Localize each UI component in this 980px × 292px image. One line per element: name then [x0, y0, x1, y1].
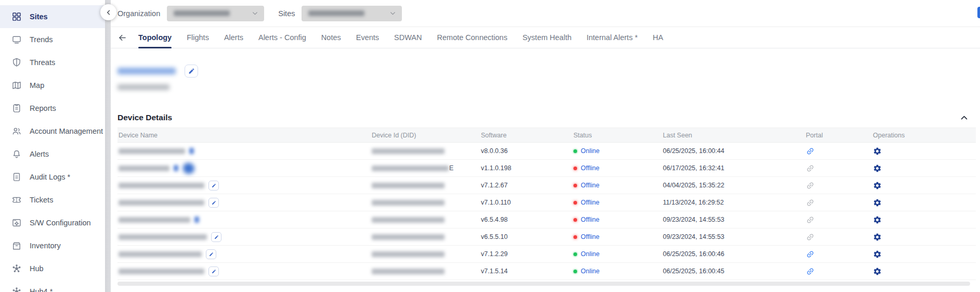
portal-link-icon[interactable]	[806, 164, 815, 173]
pencil-icon	[209, 252, 214, 257]
sidebar-item-inventory[interactable]: Inventory	[0, 234, 105, 257]
device-id-cell	[371, 217, 480, 223]
tab-remote-connections[interactable]: Remote Connections	[437, 27, 507, 48]
tab-topology[interactable]: Topology	[138, 27, 172, 48]
portal-link-icon[interactable]	[806, 267, 815, 276]
sidebar-item-label: Alerts	[30, 150, 49, 158]
edit-device-name-button[interactable]	[208, 266, 219, 276]
operations-cell	[872, 267, 976, 276]
sidebar-item-s-w-configuration[interactable]: S/W Configuration	[0, 211, 105, 234]
column-header-device-name: Device Name	[117, 132, 371, 139]
status-badge[interactable]: Online	[581, 147, 599, 155]
tab-alerts-config[interactable]: Alerts - Config	[258, 27, 306, 48]
sidebar-item-sites[interactable]: Sites	[0, 5, 105, 28]
device-name-cell	[117, 266, 371, 276]
tab-ha[interactable]: HA	[653, 27, 663, 48]
pencil-icon	[212, 200, 216, 205]
status-badge[interactable]: Offline	[581, 164, 599, 172]
pencil-icon	[212, 269, 216, 274]
table-horizontal-scrollbar[interactable]	[117, 282, 970, 286]
sidebar-item-map[interactable]: Map	[0, 74, 105, 97]
status-cell: Offline	[572, 164, 662, 172]
sidebar-scrollbar[interactable]	[105, 0, 111, 292]
portal-link-icon[interactable]	[806, 181, 815, 190]
table-row: v7.1.0.110Offline11/13/2024, 16:29:52	[117, 194, 976, 211]
sidebar-item-reports[interactable]: Reports	[0, 97, 105, 120]
pencil-icon	[212, 183, 216, 188]
edit-site-name-button[interactable]	[185, 65, 198, 78]
device-badge-redacted	[189, 148, 194, 154]
edit-device-name-button[interactable]	[208, 198, 219, 208]
sidebar-item-hub[interactable]: Hub	[0, 257, 105, 280]
device-id-redacted	[372, 183, 445, 188]
operations-gear-icon[interactable]	[873, 267, 882, 276]
status-badge[interactable]: Online	[581, 250, 599, 258]
operations-gear-icon[interactable]	[873, 164, 882, 173]
portal-cell	[805, 181, 872, 190]
sidebar-item-label: Hub4 *	[30, 287, 53, 292]
operations-cell	[872, 181, 976, 190]
device-name-cell	[117, 163, 371, 174]
operations-gear-icon[interactable]	[873, 250, 882, 259]
sidebar-item-threats[interactable]: Threats	[0, 51, 105, 74]
hub-icon	[11, 263, 22, 274]
tab-sdwan[interactable]: SDWAN	[394, 27, 422, 48]
table-header-row: Device NameDevice Id (DID)SoftwareStatus…	[117, 128, 976, 143]
sidebar-item-trends[interactable]: Trends	[0, 28, 105, 51]
device-name-redacted	[119, 200, 204, 206]
portal-link-icon[interactable]	[806, 147, 815, 156]
edit-device-name-button[interactable]	[206, 249, 216, 259]
device-id-redacted	[372, 251, 445, 257]
section-title: Device Details	[117, 113, 172, 122]
operations-gear-icon[interactable]	[873, 181, 882, 190]
portal-link-icon[interactable]	[806, 233, 815, 242]
organization-select[interactable]	[167, 6, 264, 21]
last-seen: 04/04/2025, 15:35:22	[662, 182, 805, 189]
status-badge[interactable]: Offline	[581, 199, 599, 206]
portal-link-icon[interactable]	[806, 198, 815, 207]
operations-gear-icon[interactable]	[873, 233, 882, 242]
table-body: v8.0.0.36Online06/25/2025, 16:00:44Ev1.1…	[117, 143, 976, 280]
device-name-redacted	[119, 251, 202, 257]
status-badge[interactable]: Offline	[581, 216, 599, 223]
sidebar-item-alerts[interactable]: Alerts	[0, 143, 105, 166]
chevron-down-icon	[389, 10, 396, 17]
sites-select[interactable]	[302, 6, 402, 21]
device-details-table: Device NameDevice Id (DID)SoftwareStatus…	[117, 128, 976, 286]
sidebar-item-hub4[interactable]: Hub4 *	[0, 280, 105, 292]
right-edge-partial-button[interactable]	[977, 7, 980, 18]
portal-link-icon[interactable]	[806, 250, 815, 259]
page-body: Device Details Device NameDevice Id (DID…	[105, 48, 980, 292]
edit-device-name-button[interactable]	[211, 232, 221, 242]
sidebar-item-tickets[interactable]: Tickets	[0, 188, 105, 211]
portal-link-icon[interactable]	[806, 215, 815, 224]
device-details-header: Device Details	[117, 113, 976, 122]
operations-gear-icon[interactable]	[873, 198, 882, 207]
tab-system-health[interactable]: System Health	[522, 27, 571, 48]
tab-alerts[interactable]: Alerts	[224, 27, 243, 48]
status-badge[interactable]: Offline	[581, 233, 599, 240]
status-dot-online	[573, 252, 577, 256]
table-row: v7.1.5.14Online06/25/2025, 16:00:45	[117, 263, 976, 280]
column-header-operations: Operations	[872, 132, 976, 139]
tab-events[interactable]: Events	[356, 27, 379, 48]
edit-device-name-button[interactable]	[208, 181, 219, 191]
tab-notes[interactable]: Notes	[321, 27, 341, 48]
status-badge[interactable]: Offline	[581, 182, 599, 189]
hub4-icon	[11, 286, 22, 292]
tab-internal-alerts[interactable]: Internal Alerts *	[586, 27, 637, 48]
device-id-redacted	[372, 217, 445, 223]
main-content: Organization Sites TopologyFlightsAler	[105, 0, 980, 292]
operations-gear-icon[interactable]	[873, 215, 882, 224]
tab-flights[interactable]: Flights	[187, 27, 209, 48]
device-details-collapse-button[interactable]	[960, 113, 969, 122]
device-badge-redacted	[174, 165, 178, 171]
device-name-redacted	[119, 148, 185, 154]
operations-gear-icon[interactable]	[873, 147, 882, 156]
sidebar-item-audit-logs[interactable]: Audit Logs *	[0, 166, 105, 188]
back-arrow-button[interactable]	[117, 33, 127, 43]
status-badge[interactable]: Online	[581, 268, 599, 275]
sidebar-collapse-button[interactable]	[100, 4, 116, 20]
sidebar-item-account-management[interactable]: Account Management	[0, 120, 105, 143]
device-id-cell	[371, 251, 480, 257]
